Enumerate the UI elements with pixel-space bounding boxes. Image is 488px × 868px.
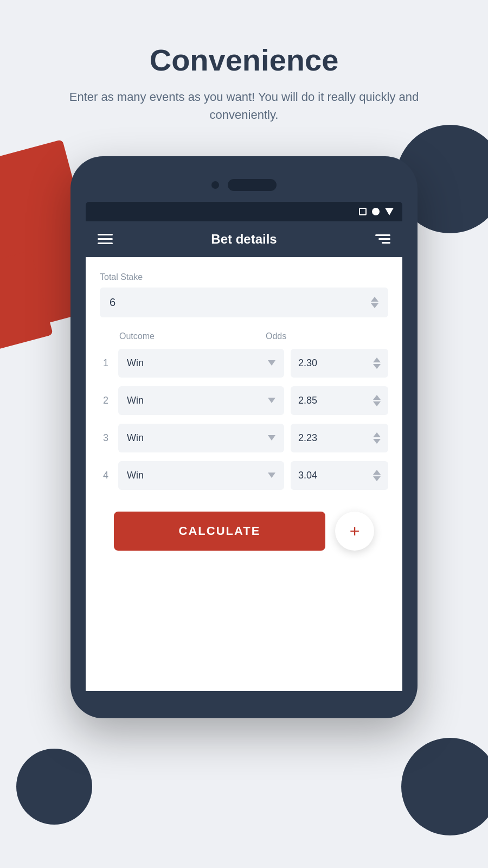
app-header: Bet details [86,221,402,257]
odds-spinner-3[interactable] [373,432,381,444]
stake-label: Total Stake [100,272,388,282]
hamburger-line-1 [98,234,113,235]
row-number-1: 1 [100,358,112,369]
hamburger-line-2 [98,238,113,240]
page-title: Convenience [33,43,455,77]
calculate-button[interactable]: CALCULATE [114,512,325,551]
odds-spinner-2[interactable] [373,395,381,406]
bet-rows-container: 1 Win 2.30 2 [100,349,388,490]
app-header-title: Bet details [211,232,277,247]
odds-decrement-1-icon [373,364,381,369]
odds-spinner-1[interactable] [373,358,381,369]
filter-line-1 [375,234,390,236]
stake-spinner[interactable] [371,297,378,308]
hamburger-menu-button[interactable] [98,234,113,244]
odds-value-3: 2.23 [298,432,317,444]
phone-frame: Bet details Total Stake 6 Outcome Od [70,156,418,718]
odds-input-3[interactable]: 2.23 [291,424,388,452]
odds-decrement-2-icon [373,401,381,406]
bet-row: 2 Win 2.85 [100,386,388,415]
odds-decrement-4-icon [373,476,381,481]
filter-line-3 [382,242,390,244]
status-square-icon [359,208,367,215]
outcome-dropdown-1[interactable]: Win [118,349,284,378]
status-circle-icon [372,208,380,215]
odds-increment-4-icon [373,470,381,475]
hamburger-line-3 [98,242,113,244]
phone-camera [211,181,219,189]
outcome-dropdown-3[interactable]: Win [118,424,284,452]
phone-top-hardware [86,173,402,202]
outcome-value-2: Win [127,395,144,406]
odds-input-2[interactable]: 2.85 [291,386,388,415]
table-header: Outcome Odds [100,331,388,349]
stake-increment-icon [371,297,378,302]
calculate-label: CALCULATE [179,524,261,538]
outcome-value-4: Win [127,470,144,481]
add-event-button[interactable]: + [335,512,374,551]
outcome-dropdown-2[interactable]: Win [118,386,284,415]
row-number-4: 4 [100,470,112,481]
outcome-value-1: Win [127,358,144,369]
outcome-value-3: Win [127,432,144,444]
filter-line-2 [378,238,390,240]
odds-increment-2-icon [373,395,381,400]
dropdown-arrow-1 [268,360,275,366]
header-section: Convenience Enter as many events as you … [0,0,488,145]
odds-value-4: 3.04 [298,470,317,481]
bg-decoration-dark-bottom-right [401,738,488,835]
odds-value-2: 2.85 [298,395,317,406]
bg-decoration-dark-bottom-left [16,749,92,825]
phone-speaker [228,179,277,191]
bet-row: 4 Win 3.04 [100,461,388,490]
odds-column-header: Odds [266,331,369,341]
row-number-3: 3 [100,432,112,444]
dropdown-arrow-3 [268,435,275,441]
dropdown-arrow-4 [268,473,275,478]
dropdown-arrow-2 [268,398,275,403]
stake-value: 6 [110,296,115,309]
filter-button[interactable] [375,234,390,244]
app-content: Total Stake 6 Outcome Odds 1 Win [86,257,402,691]
status-triangle-icon [385,208,394,215]
bet-row: 3 Win 2.23 [100,424,388,452]
odds-increment-1-icon [373,358,381,362]
odds-input-4[interactable]: 3.04 [291,461,388,490]
stake-input[interactable]: 6 [100,288,388,317]
bottom-action-bar: CALCULATE + [100,499,388,561]
odds-increment-3-icon [373,432,381,437]
outcome-column-header: Outcome [119,331,266,341]
add-icon: + [350,522,360,540]
odds-spinner-4[interactable] [373,470,381,481]
odds-input-1[interactable]: 2.30 [291,349,388,378]
odds-value-1: 2.30 [298,358,317,369]
status-bar [86,202,402,221]
stake-decrement-icon [371,303,378,308]
phone-mockup: Bet details Total Stake 6 Outcome Od [0,156,488,718]
bet-row: 1 Win 2.30 [100,349,388,378]
row-number-2: 2 [100,395,112,406]
page-subtitle: Enter as many events as you want! You wi… [60,88,428,124]
odds-decrement-3-icon [373,439,381,444]
outcome-dropdown-4[interactable]: Win [118,461,284,490]
